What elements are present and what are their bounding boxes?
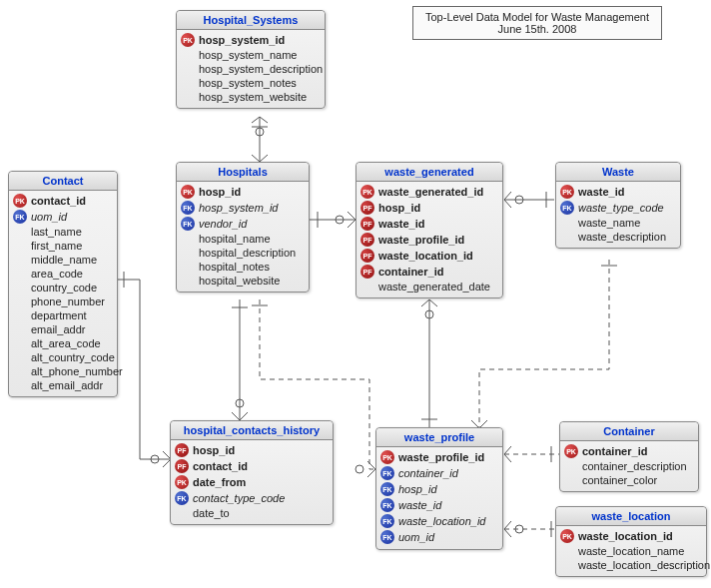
attribute-name: waste_location_description bbox=[578, 559, 710, 571]
attribute-row: FKvendor_id bbox=[181, 216, 305, 232]
diagram-title: Top-Level Data Model for Waste Managemen… bbox=[412, 6, 662, 40]
attribute-name: hosp_system_id bbox=[199, 34, 285, 46]
svg-point-17 bbox=[515, 525, 523, 533]
attribute-row: department bbox=[13, 308, 113, 322]
attribute-row: container_color bbox=[564, 473, 694, 487]
svg-point-5 bbox=[515, 196, 523, 204]
entity-waste-location: waste_location PKwaste_location_idwaste_… bbox=[555, 506, 707, 577]
attribute-name: hosp_id bbox=[378, 202, 420, 214]
entity-body: PKhosp_idFKhosp_system_idFKvendor_idhosp… bbox=[177, 182, 309, 292]
attribute-row: alt_email_addr bbox=[13, 378, 113, 392]
entity-header: Container bbox=[560, 422, 698, 441]
pf-key-icon: PF bbox=[175, 459, 189, 473]
attribute-name: phone_number bbox=[31, 295, 105, 307]
pk-key-icon: PK bbox=[175, 475, 189, 489]
attribute-name: hospital_name bbox=[199, 233, 271, 245]
entity-body: PKwaste_location_idwaste_location_namewa… bbox=[556, 526, 706, 576]
attribute-name: hospital_website bbox=[199, 275, 280, 287]
entity-container: Container PKcontainer_idcontainer_descri… bbox=[559, 421, 699, 492]
attribute-name: uom_id bbox=[31, 211, 67, 223]
attribute-name: waste_generated_date bbox=[378, 281, 490, 293]
attribute-name: hosp_id bbox=[193, 444, 235, 456]
entity-waste: Waste PKwaste_idFKwaste_type_codewaste_n… bbox=[555, 162, 681, 249]
attribute-row: hospital_name bbox=[181, 232, 305, 246]
attribute-row: hospital_website bbox=[181, 274, 305, 288]
entity-body: PKcontact_idFKuom_idlast_namefirst_namem… bbox=[9, 191, 117, 396]
pk-key-icon: PK bbox=[13, 194, 27, 208]
attribute-name: country_code bbox=[31, 282, 97, 294]
attribute-row: PFhosp_id bbox=[175, 442, 329, 458]
attribute-name: area_code bbox=[31, 268, 83, 280]
attribute-row: first_name bbox=[13, 239, 113, 253]
attribute-name: waste_id bbox=[378, 218, 424, 230]
entity-body: PKwaste_profile_idFKcontainer_idFKhosp_i… bbox=[376, 447, 502, 549]
attribute-row: alt_area_code bbox=[13, 336, 113, 350]
attribute-row: FKuom_id bbox=[380, 529, 498, 545]
attribute-row: PFcontact_id bbox=[175, 458, 329, 474]
diagram-canvas: Top-Level Data Model for Waste Managemen… bbox=[0, 0, 711, 588]
attribute-row: alt_country_code bbox=[13, 350, 113, 364]
attribute-row: hospital_notes bbox=[181, 260, 305, 274]
attribute-row: PKcontainer_id bbox=[564, 443, 694, 459]
attribute-row: area_code bbox=[13, 267, 113, 281]
attribute-name: waste_location_id bbox=[398, 515, 485, 527]
attribute-name: hospital_description bbox=[199, 247, 296, 259]
attribute-row: PKwaste_id bbox=[560, 184, 676, 200]
fk-key-icon: FK bbox=[13, 210, 27, 224]
fk-key-icon: FK bbox=[560, 201, 574, 215]
attribute-row: middle_name bbox=[13, 253, 113, 267]
attribute-row: hospital_description bbox=[181, 246, 305, 260]
attribute-name: waste_generated_id bbox=[378, 186, 483, 198]
entity-header: waste_generated bbox=[356, 163, 502, 182]
attribute-name: container_color bbox=[582, 474, 657, 486]
attribute-name: last_name bbox=[31, 226, 82, 238]
attribute-name: uom_id bbox=[398, 531, 434, 543]
attribute-row: PKwaste_generated_id bbox=[360, 184, 498, 200]
attribute-row: FKuom_id bbox=[13, 209, 113, 225]
pk-key-icon: PK bbox=[560, 185, 574, 199]
attribute-row: PFwaste_location_id bbox=[360, 248, 498, 264]
fk-key-icon: FK bbox=[380, 482, 394, 496]
attribute-row: waste_location_name bbox=[560, 544, 702, 558]
attribute-name: date_from bbox=[193, 476, 246, 488]
attribute-name: hosp_system_website bbox=[199, 91, 307, 103]
attribute-row: alt_phone_number bbox=[13, 364, 113, 378]
attribute-name: container_id bbox=[398, 467, 458, 479]
fk-key-icon: FK bbox=[181, 217, 195, 231]
attribute-row: FKwaste_id bbox=[380, 497, 498, 513]
attribute-row: hosp_system_description bbox=[181, 62, 321, 76]
attribute-name: hosp_system_notes bbox=[199, 77, 297, 89]
attribute-row: PKdate_from bbox=[175, 474, 329, 490]
entity-header: waste_profile bbox=[376, 428, 502, 447]
attribute-row: FKcontainer_id bbox=[380, 465, 498, 481]
attribute-row: PKcontact_id bbox=[13, 193, 113, 209]
entity-hospital-systems: Hospital_Systems PKhosp_system_idhosp_sy… bbox=[176, 10, 326, 109]
attribute-name: container_id bbox=[378, 266, 443, 278]
attribute-row: FKwaste_type_code bbox=[560, 200, 676, 216]
attribute-row: email_addr bbox=[13, 322, 113, 336]
attribute-name: vendor_id bbox=[199, 218, 247, 230]
pk-key-icon: PK bbox=[560, 529, 574, 543]
attribute-row: hosp_system_name bbox=[181, 48, 321, 62]
pk-key-icon: PK bbox=[360, 185, 374, 199]
attribute-name: hosp_id bbox=[398, 483, 437, 495]
pk-key-icon: PK bbox=[564, 444, 578, 458]
attribute-row: FKwaste_location_id bbox=[380, 513, 498, 529]
attribute-name: hospital_notes bbox=[199, 261, 270, 273]
svg-point-9 bbox=[151, 455, 159, 463]
entity-body: PFhosp_idPFcontact_idPKdate_fromFKcontac… bbox=[171, 440, 333, 524]
entity-waste-generated: waste_generated PKwaste_generated_idPFho… bbox=[356, 162, 503, 298]
pf-key-icon: PF bbox=[360, 201, 374, 215]
attribute-name: waste_location_name bbox=[578, 545, 684, 557]
attribute-name: waste_profile_id bbox=[398, 451, 484, 463]
pf-key-icon: PF bbox=[175, 443, 189, 457]
attribute-row: FKcontact_type_code bbox=[175, 490, 329, 506]
attribute-name: hosp_system_name bbox=[199, 49, 297, 61]
attribute-row: FKhosp_id bbox=[380, 481, 498, 497]
attribute-row: waste_name bbox=[560, 216, 676, 230]
attribute-row: PFhosp_id bbox=[360, 200, 498, 216]
attribute-row: phone_number bbox=[13, 294, 113, 308]
attribute-name: alt_area_code bbox=[31, 337, 101, 349]
pf-key-icon: PF bbox=[360, 249, 374, 263]
pf-key-icon: PF bbox=[360, 265, 374, 279]
